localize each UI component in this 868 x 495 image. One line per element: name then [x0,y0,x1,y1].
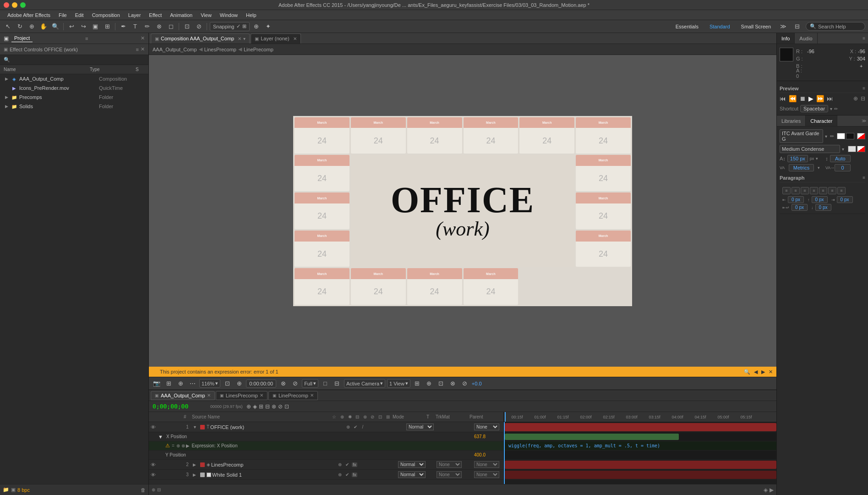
track-row-2[interactable] [505,460,776,470]
tool-brush[interactable]: ✏ [142,22,152,31]
effect-controls-menu[interactable]: ≡ [136,47,139,52]
layer-1-parent-select[interactable]: None [474,424,499,430]
layer-1-expand[interactable]: ▼ [193,425,198,429]
tool-clone[interactable]: ⊗ [154,22,164,31]
layer-2-eye[interactable]: 👁 [151,462,157,468]
track-row-3[interactable] [505,470,776,480]
composition-tab[interactable]: ▣ Composition AAA_Output_Comp ✕ ▾ [151,33,250,44]
tool-extra2[interactable]: ✦ [263,22,273,31]
viewer-bg[interactable]: ⊟ [332,379,342,388]
views-dropdown[interactable]: 1 View ▾ [387,379,410,388]
menu-window[interactable]: Window [216,11,241,19]
project-item-precomps[interactable]: ▶ 📁 Precomps Folder [0,93,148,102]
layer-2-mode[interactable]: Normal [398,461,426,468]
tool-undo[interactable]: ↩ [66,22,76,31]
l1-sw5[interactable] [374,424,381,430]
tl-bottom-kf[interactable]: ◈ [764,487,768,493]
tool-text[interactable]: T [130,22,140,31]
font-size-value[interactable]: 150 px [787,155,808,162]
snapping-group[interactable]: Snapping ✓ ⊞ [210,22,250,31]
tool-render[interactable]: ⊞ [102,22,112,31]
tl-tab-close-line[interactable]: ✕ [310,393,314,398]
tool-comp[interactable]: ▣ [90,22,100,31]
timeline-tab-main[interactable]: ▣ AAA_Output_Comp ✕ [151,391,215,400]
viewer-more[interactable]: ⋯ [187,379,197,388]
preview-stop[interactable]: ⏹ [799,95,806,102]
l1-xpos-expand[interactable]: ▼ [158,434,164,440]
shortcut-value[interactable]: Spacebar [800,105,828,112]
track-row-1[interactable] [505,422,776,432]
paragraph-menu[interactable]: ≡ [863,175,865,180]
zoom-dropdown[interactable]: 116% ▾ [199,379,220,388]
expand-icon-precomps[interactable]: ▶ [4,94,9,100]
time-display[interactable]: 0:00:00:00 [246,380,276,388]
effect-controls-tab[interactable]: Effect Controls OFFICE (work) [10,47,78,52]
project-search-input[interactable] [12,57,145,63]
info-tab[interactable]: Info [777,33,795,44]
menu-view[interactable]: View [197,11,215,19]
tl-btn-keyframe[interactable]: ◈ [253,403,257,410]
layer-2-mode-select[interactable]: Normal [398,461,426,468]
error-search-icon[interactable]: 🔍 [744,369,750,375]
project-item-icons[interactable]: ▶ Icons_PreRender.mov QuickTime [0,83,148,93]
align-full[interactable]: ≡ [810,187,818,194]
l1-sw6[interactable] [382,424,388,430]
audio-tab[interactable]: Audio [795,33,817,44]
layer-2-expand[interactable]: ▶ [193,462,198,467]
tool-eraser[interactable]: ◻ [166,22,176,31]
error-close[interactable]: ✕ [769,369,773,375]
tl-btn-graph[interactable]: ⊞ [259,403,263,410]
menu-file[interactable]: File [55,11,71,19]
style-swatch2[interactable] [857,146,865,152]
align-center[interactable]: ≡ [792,187,800,194]
layer-3-eye[interactable]: 👁 [151,472,157,478]
error-prev[interactable]: ◀ [754,369,758,375]
l3-sw2[interactable]: ✔ [344,472,350,478]
breadcrumb-2[interactable]: LinesPrecomp [204,47,236,52]
preview-play[interactable]: ▶ [808,95,813,102]
character-tab[interactable]: Character [806,116,837,126]
viewer-channel[interactable]: ⊕ [175,379,186,388]
font-style[interactable]: Medium Condense [780,145,840,153]
project-close-btn[interactable]: ✕ [141,35,145,41]
new-folder-btn[interactable]: 📁 [3,487,9,493]
align-left[interactable]: ≡ [782,187,791,194]
shortcut-dropdown[interactable]: ▾ [830,106,832,111]
font-color-black[interactable] [846,133,854,139]
indent-left-value[interactable]: 0 px [788,196,804,203]
libraries-tab[interactable]: Libraries [777,116,806,126]
layer-tab-close[interactable]: ✕ [293,36,297,41]
viewer-roi[interactable]: ⊡ [436,379,446,388]
tracking-value[interactable]: 0 [835,164,851,171]
layer-1-mode[interactable]: Normal [406,424,434,430]
tool-puppet[interactable]: ⊡ [182,22,192,31]
breadcrumb-1[interactable]: AAA_Output_Comp [153,47,197,52]
close-button[interactable] [4,2,9,8]
viewer-3d[interactable]: ⊗ [448,379,458,388]
font-name[interactable]: ITC Avant Garde G [780,129,823,143]
l1-ypos-value[interactable]: 400.0 [474,452,502,457]
project-tab[interactable]: Project [11,34,33,42]
layer-3-parent-select[interactable]: None [474,471,499,478]
indent-right-value[interactable]: 0 px [837,196,853,203]
effect-controls-close[interactable]: ✕ [141,46,145,52]
preview-last[interactable]: ⏭ [827,95,833,102]
l1-xpos-value[interactable]: 637.8 [474,434,502,439]
comp-tab-close[interactable]: ✕ [238,36,241,41]
preview-ram[interactable]: ⊕ [853,95,858,102]
viewer-time-icon[interactable]: ⊕ [234,379,244,388]
tl-btn-solo[interactable]: ⊗ [272,403,276,410]
tool-select[interactable]: ↖ [3,22,13,31]
camera-dropdown[interactable]: Active Camera ▾ [344,379,385,388]
preview-settings[interactable]: ⊟ [861,95,865,102]
l2-sw1[interactable]: ⊕ [337,462,343,468]
layer-2-parent-select[interactable]: None [474,461,499,468]
menu-ae[interactable]: Adobe After Effects [4,11,54,19]
menu-help[interactable]: Help [242,11,260,19]
tl-btn-motion[interactable]: ⊘ [278,403,283,410]
style-swatch1[interactable] [848,146,856,152]
viewer-fit[interactable]: ⊡ [222,379,232,388]
l3-sw1[interactable]: ⊕ [337,472,343,478]
kern-arrow[interactable]: ▾ [818,165,820,170]
viewer-layout[interactable]: ⊞ [412,379,422,388]
